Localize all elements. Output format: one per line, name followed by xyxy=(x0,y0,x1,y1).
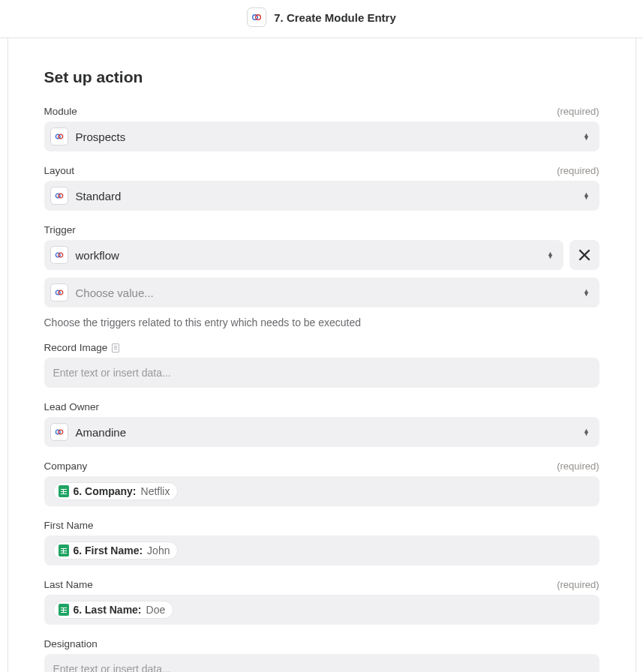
field-module: Module (required) Prospects ▲▼ xyxy=(44,106,599,152)
field-company: Company (required) 6. Company: Netflix xyxy=(44,460,599,506)
step-title: 7. Create Module Entry xyxy=(274,11,396,24)
company-label: Company xyxy=(44,460,88,472)
section-title: Set up action xyxy=(44,68,599,86)
last-name-pill[interactable]: 6. Last Name: Doe xyxy=(53,601,174,619)
step-header: 7. Create Module Entry xyxy=(0,0,643,38)
trigger-remove-button[interactable] xyxy=(569,240,599,270)
company-input[interactable]: 6. Company: Netflix xyxy=(44,476,599,506)
trigger-placeholder: Choose value... xyxy=(76,286,575,299)
chevron-updown-icon: ▲▼ xyxy=(547,252,554,258)
field-record-image: Record Image Enter text or insert data..… xyxy=(44,342,599,388)
zoho-icon xyxy=(50,187,68,205)
record-image-placeholder: Enter text or insert data... xyxy=(53,367,171,379)
first-name-pill[interactable]: 6. First Name: John xyxy=(53,542,179,560)
field-first-name: First Name 6. First Name: John xyxy=(44,520,599,566)
first-name-label: First Name xyxy=(44,520,94,531)
layout-label: Layout xyxy=(44,165,75,176)
field-lead-owner: Lead Owner Amandine ▲▼ xyxy=(44,401,599,447)
lead-owner-label: Lead Owner xyxy=(44,401,100,412)
setup-panel: Set up action Module (required) Prospect… xyxy=(8,38,636,672)
designation-input[interactable]: Enter text or insert data... xyxy=(44,654,599,672)
trigger-value: workflow xyxy=(76,249,539,262)
chevron-updown-icon: ▲▼ xyxy=(583,429,590,435)
field-designation: Designation Enter text or insert data... xyxy=(44,638,599,672)
sheets-icon xyxy=(59,544,69,556)
zoho-icon xyxy=(50,423,68,441)
layout-value: Standard xyxy=(76,190,575,202)
lead-owner-select[interactable]: Amandine ▲▼ xyxy=(44,417,599,447)
document-icon xyxy=(112,344,119,352)
field-last-name: Last Name (required) 6. Last Name: Doe xyxy=(44,579,599,625)
zoho-icon xyxy=(50,284,68,302)
trigger-label: Trigger xyxy=(44,224,76,236)
trigger-add-select[interactable]: Choose value... ▲▼ xyxy=(44,278,599,308)
chevron-updown-icon: ▲▼ xyxy=(583,134,590,140)
sheets-icon xyxy=(59,485,69,497)
module-value: Prospects xyxy=(76,130,575,143)
lead-owner-value: Amandine xyxy=(76,426,575,439)
company-required: (required) xyxy=(557,460,599,472)
record-image-input[interactable]: Enter text or insert data... xyxy=(44,358,599,388)
zoho-icon xyxy=(50,246,68,264)
designation-placeholder: Enter text or insert data... xyxy=(53,663,171,672)
designation-label: Designation xyxy=(44,638,98,650)
last-name-input[interactable]: 6. Last Name: Doe xyxy=(44,595,599,625)
close-icon xyxy=(578,249,590,261)
company-pill[interactable]: 6. Company: Netflix xyxy=(53,482,179,500)
module-required: (required) xyxy=(557,106,599,117)
first-name-input[interactable]: 6. First Name: John xyxy=(44,536,599,566)
module-label: Module xyxy=(44,106,77,117)
zoho-app-icon xyxy=(247,8,266,27)
layout-required: (required) xyxy=(557,165,599,176)
chevron-updown-icon: ▲▼ xyxy=(583,193,590,199)
layout-select[interactable]: Standard ▲▼ xyxy=(44,181,599,211)
trigger-helper: Choose the triggers related to this entr… xyxy=(44,316,599,328)
field-trigger: Trigger workflow ▲▼ xyxy=(44,224,599,328)
field-layout: Layout (required) Standard ▲▼ xyxy=(44,165,599,211)
module-select[interactable]: Prospects ▲▼ xyxy=(44,122,599,152)
zoho-icon xyxy=(50,128,68,146)
last-name-required: (required) xyxy=(557,579,599,590)
record-image-label: Record Image xyxy=(44,342,120,353)
sheets-icon xyxy=(59,604,69,616)
last-name-label: Last Name xyxy=(44,579,93,590)
trigger-select[interactable]: workflow ▲▼ xyxy=(44,240,563,270)
chevron-updown-icon: ▲▼ xyxy=(583,290,590,296)
